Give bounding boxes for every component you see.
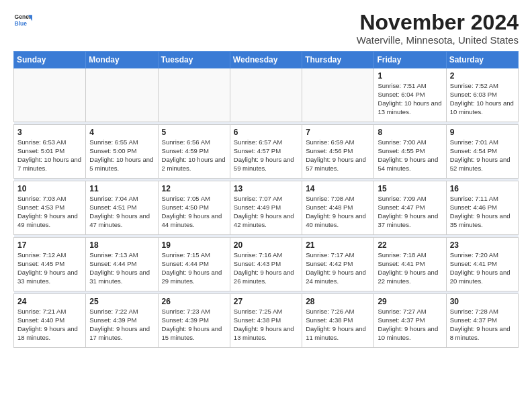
calendar-cell: 28Sunrise: 7:26 AM Sunset: 4:38 PM Dayli…	[302, 294, 374, 348]
calendar-cell: 17Sunrise: 7:12 AM Sunset: 4:45 PM Dayli…	[14, 238, 86, 291]
cell-info: Sunrise: 6:55 AM Sunset: 5:00 PM Dayligh…	[89, 138, 154, 173]
cell-info: Sunrise: 7:52 AM Sunset: 6:03 PM Dayligh…	[450, 82, 515, 116]
cell-info: Sunrise: 7:08 AM Sunset: 4:48 PM Dayligh…	[306, 195, 370, 229]
day-number: 1	[378, 71, 442, 81]
day-number: 29	[378, 297, 442, 306]
cell-info: Sunrise: 7:23 AM Sunset: 4:39 PM Dayligh…	[162, 308, 226, 342]
calendar-cell: 7Sunrise: 6:59 AM Sunset: 4:56 PM Daylig…	[302, 125, 374, 179]
day-number: 9	[450, 128, 515, 137]
cell-info: Sunrise: 6:56 AM Sunset: 4:59 PM Dayligh…	[162, 138, 226, 173]
cell-info: Sunrise: 6:59 AM Sunset: 4:56 PM Dayligh…	[306, 138, 370, 173]
calendar-cell: 5Sunrise: 6:56 AM Sunset: 4:59 PM Daylig…	[158, 125, 230, 179]
cell-info: Sunrise: 7:16 AM Sunset: 4:43 PM Dayligh…	[234, 251, 298, 285]
cell-info: Sunrise: 6:53 AM Sunset: 5:01 PM Dayligh…	[17, 138, 82, 173]
cell-info: Sunrise: 6:57 AM Sunset: 4:57 PM Dayligh…	[234, 138, 298, 173]
day-number: 28	[306, 297, 370, 306]
calendar-cell: 24Sunrise: 7:21 AM Sunset: 4:40 PM Dayli…	[14, 294, 86, 348]
calendar-week-4: 17Sunrise: 7:12 AM Sunset: 4:45 PM Dayli…	[14, 238, 519, 291]
cell-info: Sunrise: 7:20 AM Sunset: 4:41 PM Dayligh…	[450, 251, 515, 285]
logo-icon: General Blue	[13, 11, 32, 30]
cell-info: Sunrise: 7:28 AM Sunset: 4:37 PM Dayligh…	[450, 308, 515, 342]
cell-info: Sunrise: 7:09 AM Sunset: 4:47 PM Dayligh…	[378, 195, 442, 229]
weekday-friday: Friday	[374, 52, 446, 68]
calendar-cell: 16Sunrise: 7:11 AM Sunset: 4:46 PM Dayli…	[446, 181, 518, 235]
calendar-cell	[14, 68, 86, 122]
calendar-cell: 20Sunrise: 7:16 AM Sunset: 4:43 PM Dayli…	[230, 238, 302, 291]
weekday-tuesday: Tuesday	[158, 52, 230, 68]
calendar-cell: 9Sunrise: 7:01 AM Sunset: 4:54 PM Daylig…	[446, 125, 518, 179]
day-number: 23	[450, 240, 515, 250]
day-number: 5	[162, 128, 226, 137]
logo: General Blue	[13, 11, 32, 30]
day-number: 10	[17, 184, 82, 193]
cell-info: Sunrise: 7:03 AM Sunset: 4:53 PM Dayligh…	[17, 195, 82, 229]
calendar-table: SundayMondayTuesdayWednesdayThursdayFrid…	[13, 51, 519, 348]
day-number: 15	[378, 184, 442, 193]
weekday-thursday: Thursday	[302, 52, 374, 68]
location-title: Waterville, Minnesota, United States	[357, 34, 519, 46]
calendar-cell: 6Sunrise: 6:57 AM Sunset: 4:57 PM Daylig…	[230, 125, 302, 179]
calendar-cell: 14Sunrise: 7:08 AM Sunset: 4:48 PM Dayli…	[302, 181, 374, 235]
calendar-week-5: 24Sunrise: 7:21 AM Sunset: 4:40 PM Dayli…	[14, 294, 519, 348]
day-number: 21	[306, 240, 370, 250]
day-number: 22	[378, 240, 442, 250]
calendar-cell: 30Sunrise: 7:28 AM Sunset: 4:37 PM Dayli…	[446, 294, 518, 348]
cell-info: Sunrise: 7:07 AM Sunset: 4:49 PM Dayligh…	[234, 195, 298, 229]
cell-info: Sunrise: 7:05 AM Sunset: 4:50 PM Dayligh…	[162, 195, 226, 229]
calendar-cell: 3Sunrise: 6:53 AM Sunset: 5:01 PM Daylig…	[14, 125, 86, 179]
day-number: 17	[17, 240, 82, 250]
day-number: 14	[306, 184, 370, 193]
day-number: 30	[450, 297, 515, 306]
day-number: 12	[162, 184, 226, 193]
day-number: 8	[378, 128, 442, 137]
weekday-sunday: Sunday	[14, 52, 86, 68]
calendar-cell: 29Sunrise: 7:27 AM Sunset: 4:37 PM Dayli…	[374, 294, 446, 348]
month-title: November 2024	[357, 11, 519, 34]
day-number: 19	[162, 240, 226, 250]
calendar-cell: 15Sunrise: 7:09 AM Sunset: 4:47 PM Dayli…	[374, 181, 446, 235]
calendar-cell: 23Sunrise: 7:20 AM Sunset: 4:41 PM Dayli…	[446, 238, 518, 291]
calendar-cell	[158, 68, 230, 122]
day-number: 7	[306, 128, 370, 137]
cell-info: Sunrise: 7:00 AM Sunset: 4:55 PM Dayligh…	[378, 138, 442, 173]
day-number: 24	[17, 297, 82, 306]
cell-info: Sunrise: 7:11 AM Sunset: 4:46 PM Dayligh…	[450, 195, 515, 229]
page-header: General Blue November 2024 Waterville, M…	[13, 11, 519, 46]
day-number: 26	[162, 297, 226, 306]
day-number: 20	[234, 240, 298, 250]
calendar-cell: 18Sunrise: 7:13 AM Sunset: 4:44 PM Dayli…	[86, 238, 158, 291]
cell-info: Sunrise: 7:15 AM Sunset: 4:44 PM Dayligh…	[162, 251, 226, 285]
day-number: 3	[17, 128, 82, 137]
cell-info: Sunrise: 7:21 AM Sunset: 4:40 PM Dayligh…	[17, 308, 82, 342]
day-number: 13	[234, 184, 298, 193]
calendar-cell: 21Sunrise: 7:17 AM Sunset: 4:42 PM Dayli…	[302, 238, 374, 291]
calendar-cell: 4Sunrise: 6:55 AM Sunset: 5:00 PM Daylig…	[86, 125, 158, 179]
day-number: 16	[450, 184, 515, 193]
calendar-week-3: 10Sunrise: 7:03 AM Sunset: 4:53 PM Dayli…	[14, 181, 519, 235]
cell-info: Sunrise: 7:18 AM Sunset: 4:41 PM Dayligh…	[378, 251, 442, 285]
calendar-cell: 26Sunrise: 7:23 AM Sunset: 4:39 PM Dayli…	[158, 294, 230, 348]
svg-text:Blue: Blue	[15, 20, 28, 27]
cell-info: Sunrise: 7:12 AM Sunset: 4:45 PM Dayligh…	[17, 251, 82, 285]
cell-info: Sunrise: 7:17 AM Sunset: 4:42 PM Dayligh…	[306, 251, 370, 285]
cell-info: Sunrise: 7:26 AM Sunset: 4:38 PM Dayligh…	[306, 308, 370, 342]
calendar-cell: 25Sunrise: 7:22 AM Sunset: 4:39 PM Dayli…	[86, 294, 158, 348]
day-number: 27	[234, 297, 298, 306]
cell-info: Sunrise: 7:51 AM Sunset: 6:04 PM Dayligh…	[378, 82, 442, 116]
cell-info: Sunrise: 7:13 AM Sunset: 4:44 PM Dayligh…	[89, 251, 154, 285]
cell-info: Sunrise: 7:22 AM Sunset: 4:39 PM Dayligh…	[89, 308, 154, 342]
weekday-monday: Monday	[86, 52, 158, 68]
day-number: 2	[450, 71, 515, 81]
day-number: 25	[89, 297, 154, 306]
weekday-header-row: SundayMondayTuesdayWednesdayThursdayFrid…	[14, 52, 519, 68]
calendar-cell: 19Sunrise: 7:15 AM Sunset: 4:44 PM Dayli…	[158, 238, 230, 291]
calendar-cell: 27Sunrise: 7:25 AM Sunset: 4:38 PM Dayli…	[230, 294, 302, 348]
calendar-week-1: 1Sunrise: 7:51 AM Sunset: 6:04 PM Daylig…	[14, 68, 519, 122]
calendar-cell: 13Sunrise: 7:07 AM Sunset: 4:49 PM Dayli…	[230, 181, 302, 235]
calendar-cell: 8Sunrise: 7:00 AM Sunset: 4:55 PM Daylig…	[374, 125, 446, 179]
calendar-cell: 22Sunrise: 7:18 AM Sunset: 4:41 PM Dayli…	[374, 238, 446, 291]
weekday-wednesday: Wednesday	[230, 52, 302, 68]
day-number: 6	[234, 128, 298, 137]
day-number: 4	[89, 128, 154, 137]
calendar-cell	[302, 68, 374, 122]
